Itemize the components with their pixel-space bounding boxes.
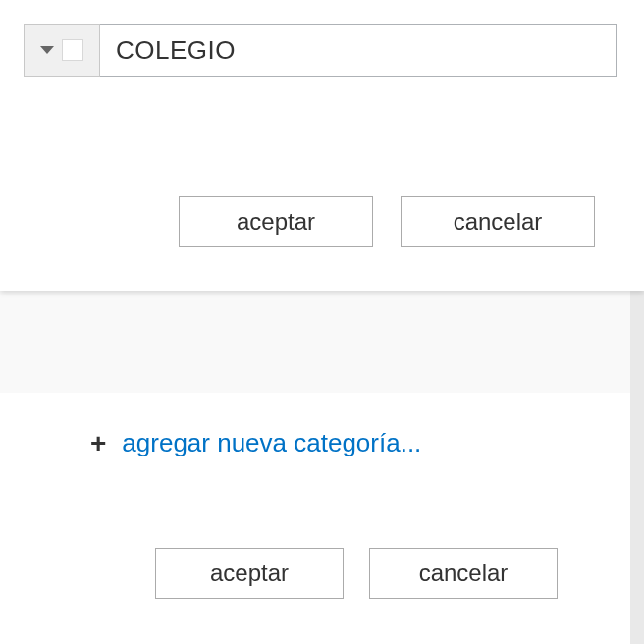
add-category-link[interactable]: + agregar nueva categoría...	[90, 428, 421, 458]
cancel-button[interactable]: cancelar	[401, 196, 595, 247]
chevron-down-icon	[40, 46, 54, 54]
top-buttons-row: aceptar cancelar	[179, 196, 595, 247]
add-category-label: agregar nueva categoría...	[122, 428, 421, 458]
background-strip	[0, 291, 644, 393]
accept-button[interactable]: aceptar	[179, 196, 373, 247]
accept-button[interactable]: aceptar	[155, 548, 344, 599]
bottom-buttons-row: aceptar cancelar	[155, 548, 558, 599]
category-input-row	[24, 24, 617, 77]
category-name-input[interactable]	[100, 24, 617, 77]
color-swatch	[62, 39, 83, 61]
categories-panel: + agregar nueva categoría... aceptar can…	[0, 393, 644, 644]
cancel-button[interactable]: cancelar	[369, 548, 558, 599]
plus-icon: +	[90, 430, 106, 457]
category-edit-panel: aceptar cancelar	[0, 0, 644, 291]
category-color-picker[interactable]	[24, 24, 100, 77]
